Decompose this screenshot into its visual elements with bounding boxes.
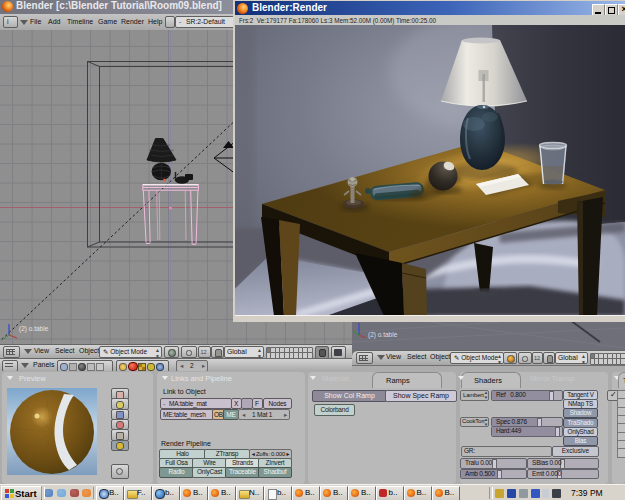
- svg-text:(2) o.table: (2) o.table: [19, 325, 49, 333]
- svg-text:(2) o.table: (2) o.table: [368, 331, 398, 339]
